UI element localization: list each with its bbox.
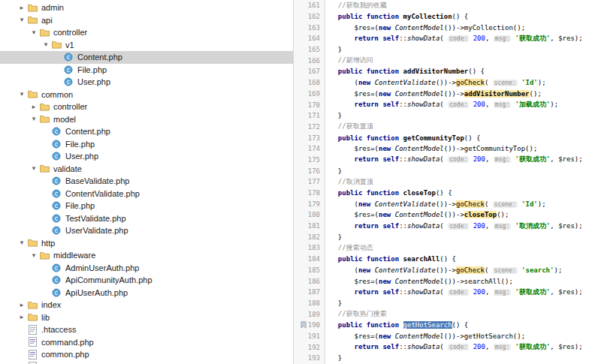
gutter-line-169[interactable]: 169 xyxy=(294,89,325,100)
tree-file-common.php[interactable]: common.php xyxy=(0,348,293,361)
gutter-line-181[interactable]: 181 xyxy=(294,221,325,232)
gutter-line-176[interactable]: 176 xyxy=(294,165,325,176)
code-line-167[interactable]: 167 public function addVisitorNumber() { xyxy=(294,66,601,77)
gutter-line-177[interactable]: 177 xyxy=(294,176,325,188)
gutter-line-165[interactable]: 165 xyxy=(294,44,325,56)
tree-file-ApiCommunityAuth.php[interactable]: cApiCommunityAuth.php xyxy=(0,274,293,287)
code-line-162[interactable]: 162 public function myCollection() { xyxy=(294,11,601,23)
tree-file-.htaccess[interactable]: .htaccess xyxy=(0,323,293,336)
chevron-expanded-icon[interactable]: ▾ xyxy=(29,116,39,122)
chevron-expanded-icon[interactable]: ▾ xyxy=(29,252,39,259)
gutter-line-161[interactable]: 161 xyxy=(294,0,325,11)
code-line-188[interactable]: 188 } xyxy=(294,298,601,309)
gutter-line-179[interactable]: 179 xyxy=(294,198,325,209)
gutter-line-187[interactable]: 187 xyxy=(294,287,325,298)
code-line-190[interactable]: 190 public function getHotSearch() { xyxy=(294,320,601,331)
tree-folder-controller[interactable]: ▸controller xyxy=(0,101,293,113)
gutter-line-186[interactable]: 186 xyxy=(294,275,325,287)
code-line-175[interactable]: 175 return self::showData( code: 200, ms… xyxy=(294,155,601,166)
gutter-line-190[interactable]: 190 xyxy=(294,320,325,331)
tree-file-clipped[interactable] xyxy=(0,361,293,364)
tree-file-TestValidate.php[interactable]: cTestValidate.php xyxy=(0,212,293,225)
code-line-168[interactable]: 168 (new ContentValidate())->goCheck( sc… xyxy=(294,77,601,89)
code-line-174[interactable]: 174 $res=(new ContentModel())->getCommun… xyxy=(294,143,601,155)
gutter-line-174[interactable]: 174 xyxy=(294,143,325,155)
gutter-line-167[interactable]: 167 xyxy=(294,66,325,77)
gutter-line-162[interactable]: 162 xyxy=(294,11,325,23)
gutter-line-193[interactable]: 193 xyxy=(294,353,325,364)
code-line-182[interactable]: 182 } xyxy=(294,231,601,242)
gutter-line-164[interactable]: 164 xyxy=(294,33,325,44)
gutter-line-172[interactable]: 172 xyxy=(294,122,325,133)
chevron-expanded-icon[interactable]: ▾ xyxy=(29,29,39,36)
tree-folder-lib[interactable]: ▸lib xyxy=(0,311,293,324)
code-line-166[interactable]: 166 //新增访问 xyxy=(294,55,601,66)
tree-file-AdminUserAuth.php[interactable]: cAdminUserAuth.php xyxy=(0,262,293,275)
code-line-191[interactable]: 191 $res=(new ContentModel())->getHotSea… xyxy=(294,331,601,342)
tree-folder-api[interactable]: ▾api xyxy=(0,14,293,27)
chevron-collapsed-icon[interactable]: ▸ xyxy=(17,302,27,308)
code-line-165[interactable]: 165 } xyxy=(294,44,601,56)
tree-folder-index[interactable]: ▸index xyxy=(0,299,293,311)
gutter-line-163[interactable]: 163 xyxy=(294,22,325,33)
code-line-187[interactable]: 187 return self::showData( code: 200, ms… xyxy=(294,287,601,298)
tree-folder-v1[interactable]: ▾v1 xyxy=(0,39,293,52)
tree-file-ApiUserAuth.php[interactable]: cApiUserAuth.php xyxy=(0,287,293,299)
tree-file-File.php[interactable]: cFile.php xyxy=(0,200,293,212)
tree-file-command.php[interactable]: command.php xyxy=(0,336,293,349)
code-line-161[interactable]: 161 //获取我的收藏 xyxy=(294,0,601,11)
chevron-collapsed-icon[interactable]: ▸ xyxy=(17,314,27,320)
tree-file-Content.php[interactable]: cContent.php xyxy=(0,51,293,64)
code-line-164[interactable]: 164 return self::showData( code: 200, ms… xyxy=(294,33,601,44)
code-line-183[interactable]: 183 //搜索动态 xyxy=(294,242,601,254)
tree-folder-controller[interactable]: ▾controller xyxy=(0,26,293,39)
tree-file-Content.php[interactable]: cContent.php xyxy=(0,125,293,138)
code-line-184[interactable]: 184 public function searchAll() { xyxy=(294,254,601,265)
code-line-186[interactable]: 186 $res=(new ContentModel())->searchAll… xyxy=(294,275,601,287)
code-line-178[interactable]: 178 public function closeTop() { xyxy=(294,188,601,199)
tree-folder-model[interactable]: ▾model xyxy=(0,113,293,126)
code-editor[interactable]: 161 //获取我的收藏162 public function myCollec… xyxy=(294,0,601,364)
code-line-189[interactable]: 189 //获取热门搜索 xyxy=(294,308,601,320)
tree-folder-common[interactable]: ▾common xyxy=(0,89,293,101)
gutter-line-180[interactable]: 180 xyxy=(294,209,325,221)
gutter-line-183[interactable]: 183 xyxy=(294,242,325,254)
chevron-expanded-icon[interactable]: ▾ xyxy=(29,165,39,172)
code-line-181[interactable]: 181 return self::showData( code: 200, ms… xyxy=(294,221,601,232)
gutter-line-191[interactable]: 191 xyxy=(294,331,325,342)
tree-folder-middleware[interactable]: ▾middleware xyxy=(0,249,293,262)
tree-file-File.php[interactable]: cFile.php xyxy=(0,64,293,77)
code-line-163[interactable]: 163 $res=(new ContentModel())->myCollect… xyxy=(294,22,601,33)
code-line-172[interactable]: 172 //获取置顶 xyxy=(294,122,601,133)
tree-file-BaseValidate.php[interactable]: cBaseValidate.php xyxy=(0,175,293,188)
code-line-171[interactable]: 171 } xyxy=(294,110,601,122)
gutter-line-170[interactable]: 170 xyxy=(294,99,325,110)
code-line-180[interactable]: 180 $res=(new ContentModel())->closeTop(… xyxy=(294,209,601,221)
tree-file-UserValidate.php[interactable]: cUserValidate.php xyxy=(0,224,293,237)
chevron-collapsed-icon[interactable]: ▸ xyxy=(17,5,27,11)
code-line-169[interactable]: 169 $res=(new ContentModel())->addVisito… xyxy=(294,89,601,100)
chevron-expanded-icon[interactable]: ▾ xyxy=(41,41,51,48)
gutter-line-166[interactable]: 166 xyxy=(294,55,325,66)
tree-file-ContentValidate.php[interactable]: cContentValidate.php xyxy=(0,188,293,200)
tree-file-User.php[interactable]: cUser.php xyxy=(0,76,293,89)
tree-file-User.php[interactable]: cUser.php xyxy=(0,150,293,163)
chevron-collapsed-icon[interactable]: ▸ xyxy=(29,104,39,110)
tree-file-File.php[interactable]: cFile.php xyxy=(0,138,293,151)
gutter-line-171[interactable]: 171 xyxy=(294,110,325,122)
gutter-line-184[interactable]: 184 xyxy=(294,254,325,265)
bookmark-icon[interactable] xyxy=(300,321,307,329)
gutter-line-182[interactable]: 182 xyxy=(294,231,325,242)
chevron-expanded-icon[interactable]: ▾ xyxy=(17,17,27,23)
chevron-expanded-icon[interactable]: ▾ xyxy=(17,239,27,246)
tree-folder-http[interactable]: ▾http xyxy=(0,237,293,250)
gutter-line-168[interactable]: 168 xyxy=(294,77,325,89)
code-line-176[interactable]: 176 } xyxy=(294,165,601,176)
tree-folder-validate[interactable]: ▾validate xyxy=(0,163,293,176)
code-line-177[interactable]: 177 //取消置顶 xyxy=(294,176,601,188)
code-line-185[interactable]: 185 (new ContentValidate())->goCheck( sc… xyxy=(294,265,601,276)
gutter-line-178[interactable]: 178 xyxy=(294,188,325,199)
code-line-193[interactable]: 193 } xyxy=(294,353,601,364)
code-line-173[interactable]: 173 public function getCommunityTop() { xyxy=(294,132,601,143)
code-line-179[interactable]: 179 (new ContentValidate())->goCheck( sc… xyxy=(294,198,601,209)
